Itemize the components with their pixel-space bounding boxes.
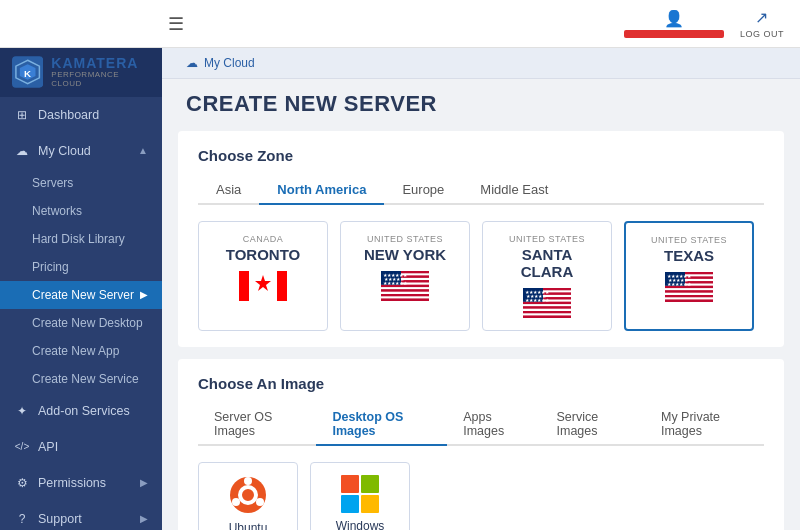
svg-rect-51: [665, 293, 713, 295]
permissions-chevron: ▶: [140, 477, 148, 488]
menu-icon[interactable]: ☰: [168, 13, 184, 35]
os-card-ubuntu[interactable]: Ubuntu: [198, 462, 298, 530]
sidebar-item-api-label: API: [38, 440, 58, 454]
svg-rect-54: [665, 300, 713, 302]
logout-label: LOG OUT: [740, 29, 784, 39]
win-quad-1: [341, 475, 359, 493]
sidebar-sub-servers[interactable]: Servers: [0, 169, 162, 197]
top-header: ☰ 👤 ↗ LOG OUT: [0, 0, 800, 48]
svg-rect-20: [381, 299, 429, 301]
sidebar-item-add-on-left: ✦ Add-on Services: [14, 403, 130, 419]
svg-rect-16: [381, 289, 429, 291]
sidebar-item-permissions[interactable]: ⚙ Permissions ▶: [0, 465, 162, 501]
svg-point-62: [256, 498, 264, 506]
svg-text:K: K: [24, 68, 31, 79]
sidebar-item-add-on-label: Add-on Services: [38, 404, 130, 418]
svg-rect-35: [523, 311, 571, 313]
cloud-icon: ☁: [14, 143, 30, 159]
svg-rect-36: [523, 313, 571, 315]
sidebar-item-my-cloud-label: My Cloud: [38, 144, 91, 158]
sidebar-item-api-left: </> API: [14, 439, 58, 455]
permissions-icon: ⚙: [14, 475, 30, 491]
choose-image-section: Choose An Image Server OS Images Desktop…: [178, 359, 784, 530]
win-quad-2: [361, 475, 379, 493]
canada-flag-svg: [239, 271, 287, 301]
win-quad-3: [341, 495, 359, 513]
image-tab-service[interactable]: Service Images: [541, 404, 645, 446]
ubuntu-label: Ubuntu: [215, 521, 281, 530]
location-card-santa-clara[interactable]: UNITED STATES SANTA CLARA: [482, 221, 612, 331]
header-right: 👤 ↗ LOG OUT: [624, 8, 784, 39]
content-area: ☁ My Cloud CREATE NEW SERVER Choose Zone…: [162, 48, 800, 530]
sidebar-item-support-left: ? Support: [14, 511, 82, 527]
santaclara-flag: ★★★★★★ ★★★★★ ★★★★★★: [499, 288, 595, 318]
user-avatar-icon: 👤: [664, 9, 684, 28]
create-server-chevron: ▶: [140, 289, 148, 300]
zone-tab-asia[interactable]: Asia: [198, 176, 259, 205]
sidebar-item-support-label: Support: [38, 512, 82, 526]
sidebar-sub-create-new-server[interactable]: Create New Server ▶: [0, 281, 162, 309]
sidebar-sub-hard-disk[interactable]: Hard Disk Library: [0, 225, 162, 253]
page-header: CREATE NEW SERVER: [162, 79, 800, 131]
sidebar-sub-create-new-desktop[interactable]: Create New Desktop: [0, 309, 162, 337]
dashboard-icon: ⊞: [14, 107, 30, 123]
windows-icon: [341, 475, 379, 513]
usa-flag-sc-svg: ★★★★★★ ★★★★★ ★★★★★★: [523, 288, 571, 318]
svg-rect-5: [239, 271, 249, 301]
svg-rect-18: [381, 294, 429, 296]
breadcrumb-cloud-icon: ☁: [186, 56, 198, 70]
newyork-country: UNITED STATES: [357, 234, 453, 244]
choose-image-title: Choose An Image: [198, 375, 764, 392]
logo-text: KAMATERA PERFORMANCE CLOUD: [51, 56, 150, 89]
newyork-city: NEW YORK: [357, 246, 453, 263]
logo-svg: K: [12, 56, 43, 88]
choose-zone-title: Choose Zone: [198, 147, 764, 164]
svg-point-61: [244, 477, 252, 485]
sidebar-sub-create-new-service[interactable]: Create New Service: [0, 365, 162, 393]
location-card-new-york[interactable]: UNITED STATES NEW YORK: [340, 221, 470, 331]
image-tab-private[interactable]: My Private Images: [645, 404, 764, 446]
sidebar-item-permissions-left: ⚙ Permissions: [14, 475, 106, 491]
svg-rect-32: [523, 304, 571, 306]
svg-rect-17: [381, 292, 429, 294]
windows-label: Windows: [327, 519, 393, 530]
svg-point-63: [232, 498, 240, 506]
svg-rect-53: [665, 297, 713, 299]
addon-icon: ✦: [14, 403, 30, 419]
os-card-windows[interactable]: Windows: [310, 462, 410, 530]
svg-rect-33: [523, 306, 571, 308]
sidebar-sub-networks[interactable]: Networks: [0, 197, 162, 225]
os-cards: Ubuntu Windows: [198, 462, 764, 530]
choose-zone-section: Choose Zone Asia North America Europe Mi…: [178, 131, 784, 347]
svg-rect-50: [665, 290, 713, 292]
sidebar-sub-pricing[interactable]: Pricing: [0, 253, 162, 281]
ubuntu-icon: [228, 475, 268, 515]
sidebar-item-add-on[interactable]: ✦ Add-on Services: [0, 393, 162, 429]
user-progress-bar: [624, 30, 724, 38]
image-tab-desktop-os[interactable]: Desktop OS Images: [316, 404, 447, 446]
location-card-toronto[interactable]: CANADA TORONTO: [198, 221, 328, 331]
usa-flag-tx-svg: ★★★★★★ ★★★★★ ★★★★★★: [665, 272, 713, 302]
sidebar: K KAMATERA PERFORMANCE CLOUD ⊞ Dashboard…: [0, 48, 162, 530]
sidebar-item-dashboard-left: ⊞ Dashboard: [14, 107, 99, 123]
svg-text:★★★★★★: ★★★★★★: [383, 280, 408, 286]
api-icon: </>: [14, 439, 30, 455]
sidebar-item-support[interactable]: ? Support ▶: [0, 501, 162, 530]
sidebar-logo: K KAMATERA PERFORMANCE CLOUD: [0, 48, 162, 97]
logout-area[interactable]: ↗ LOG OUT: [740, 8, 784, 39]
sidebar-item-dashboard[interactable]: ⊞ Dashboard: [0, 97, 162, 133]
toronto-flag: [215, 271, 311, 301]
zone-tab-middle-east[interactable]: Middle East: [462, 176, 566, 205]
zone-tab-north-america[interactable]: North America: [259, 176, 384, 205]
sidebar-item-api[interactable]: </> API: [0, 429, 162, 465]
location-card-texas[interactable]: UNITED STATES TEXAS: [624, 221, 754, 331]
sidebar-sub-create-new-app[interactable]: Create New App: [0, 337, 162, 365]
image-tab-apps[interactable]: Apps Images: [447, 404, 540, 446]
support-chevron: ▶: [140, 513, 148, 524]
breadcrumb: ☁ My Cloud: [162, 48, 800, 79]
sidebar-item-my-cloud[interactable]: ☁ My Cloud ▲: [0, 133, 162, 169]
toronto-city: TORONTO: [215, 246, 311, 263]
zone-tab-europe[interactable]: Europe: [384, 176, 462, 205]
image-tab-server-os[interactable]: Server OS Images: [198, 404, 316, 446]
svg-rect-15: [381, 287, 429, 289]
